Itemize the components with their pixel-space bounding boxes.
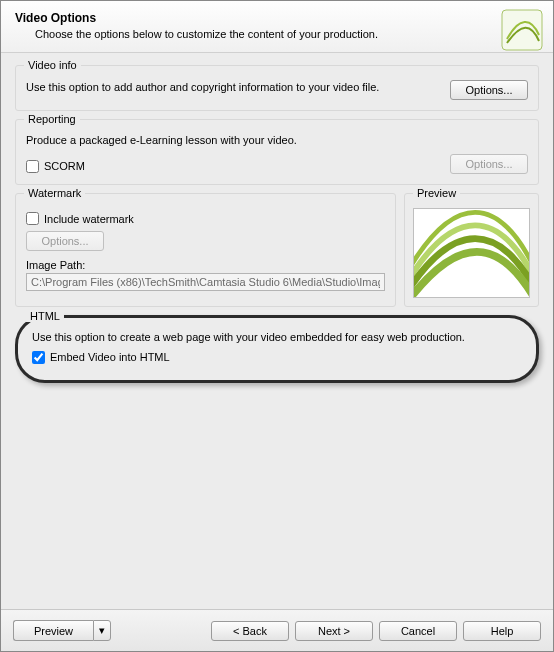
header: Video Options Choose the options below t… xyxy=(1,1,553,53)
html-legend: HTML xyxy=(26,310,64,322)
watermark-group: Watermark Include watermark Options... I… xyxy=(15,193,396,307)
embed-html-checkbox[interactable] xyxy=(32,351,45,364)
next-button[interactable]: Next > xyxy=(295,621,373,641)
page-subtitle: Choose the options below to customize th… xyxy=(35,28,539,40)
image-path-input xyxy=(26,273,385,291)
scorm-checkbox[interactable] xyxy=(26,160,39,173)
back-button[interactable]: < Back xyxy=(211,621,289,641)
preview-button[interactable]: Preview xyxy=(13,620,93,641)
reporting-desc: Produce a packaged e-Learning lesson wit… xyxy=(26,134,528,146)
embed-html-label: Embed Video into HTML xyxy=(50,351,170,363)
include-watermark-checkbox[interactable] xyxy=(26,212,39,225)
cancel-button[interactable]: Cancel xyxy=(379,621,457,641)
watermark-preview-image xyxy=(413,208,530,298)
preview-dropdown-button[interactable]: ▾ xyxy=(93,620,111,641)
video-info-legend: Video info xyxy=(24,59,81,71)
video-info-group: Video info Use this option to add author… xyxy=(15,65,539,111)
chevron-down-icon: ▾ xyxy=(99,624,105,636)
watermark-preview-group: Preview xyxy=(404,193,539,307)
scorm-label: SCORM xyxy=(44,160,85,172)
reporting-legend: Reporting xyxy=(24,113,80,125)
watermark-preview-legend: Preview xyxy=(413,187,460,199)
image-path-label: Image Path: xyxy=(26,259,385,271)
watermark-options-button: Options... xyxy=(26,231,104,251)
html-group: HTML Use this option to create a web pag… xyxy=(15,315,539,383)
reporting-options-button: Options... xyxy=(450,154,528,174)
content-area: Video info Use this option to add author… xyxy=(1,53,553,389)
page-title: Video Options xyxy=(15,11,539,25)
reporting-group: Reporting Produce a packaged e-Learning … xyxy=(15,119,539,185)
help-button[interactable]: Help xyxy=(463,621,541,641)
video-info-options-button[interactable]: Options... xyxy=(450,80,528,100)
include-watermark-label: Include watermark xyxy=(44,213,134,225)
footer: Preview ▾ < Back Next > Cancel Help xyxy=(1,609,553,651)
video-info-desc: Use this option to add author and copyri… xyxy=(26,80,440,95)
watermark-legend: Watermark xyxy=(24,187,85,199)
html-desc: Use this option to create a web page wit… xyxy=(32,330,522,345)
app-icon xyxy=(501,9,543,51)
